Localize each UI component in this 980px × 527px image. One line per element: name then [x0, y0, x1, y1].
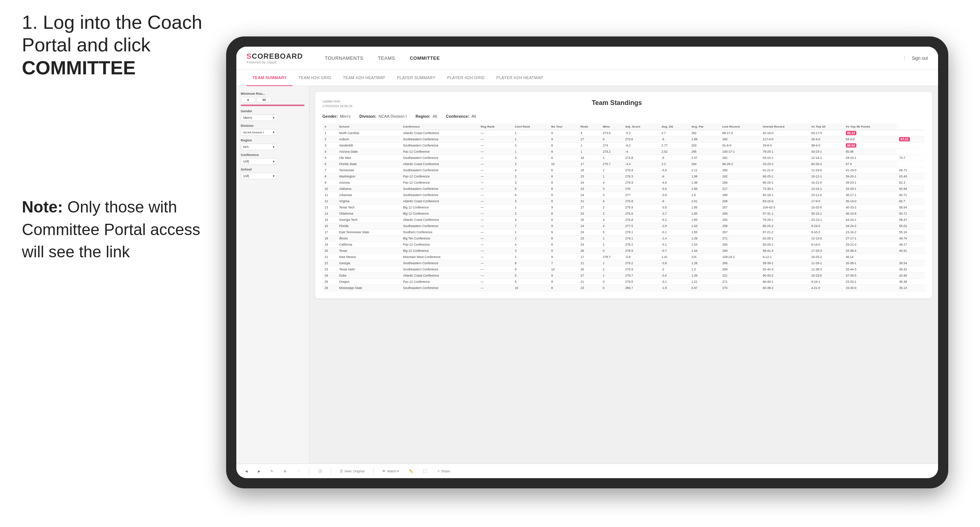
table-cell-11: 266	[720, 260, 760, 267]
logo-area: SCOREBOARD Powered by clippd	[247, 52, 303, 64]
table-cell-13: 16-21-0	[809, 180, 843, 186]
table-cell-11: 88-17.0	[720, 130, 760, 136]
table-cell-11: 260	[720, 241, 760, 248]
table-cell-13: 9-10-2	[809, 229, 843, 235]
table-cell-14: 44-24-1	[843, 217, 897, 223]
table-cell-15: 68.71	[897, 167, 925, 173]
subnav-team-summary[interactable]: TEAM SUMMARY	[247, 70, 293, 86]
table-cell-7: 2	[601, 241, 623, 248]
subnav-player-summary[interactable]: PLAYER SUMMARY	[391, 70, 441, 86]
table-cell-12: 63-15-1	[760, 155, 809, 161]
toolbar-watch[interactable]: 👁 Watch ▾	[379, 468, 402, 475]
table-cell-9: -5.5	[659, 186, 689, 192]
table-header-row: # School Conference Reg Rank Conf Rank N…	[322, 124, 925, 130]
table-cell-2: Southeastern Conference	[401, 136, 479, 143]
points-badge: 48.27	[899, 243, 907, 246]
table-row: 11ArkansasSoutheastern Conference—682432…	[322, 192, 925, 198]
toolbar-more[interactable]: ⋯	[294, 468, 303, 475]
toolbar-clock[interactable]: 🕐	[315, 468, 325, 475]
table-cell-10: 2.37	[689, 155, 720, 161]
toolbar-annotation[interactable]: ✏️	[406, 468, 416, 475]
points-badge: 60.71	[899, 212, 907, 215]
table-cell-0: 18	[322, 235, 337, 241]
table-cell-9: -3.1	[659, 279, 689, 285]
table-cell-15: 55.02	[897, 223, 925, 229]
table-cell-7: 274.2	[601, 149, 623, 155]
table-cell-5: 9	[549, 223, 578, 229]
subnav-player-h2h-heatmap[interactable]: PLAYER H2H HEATMAP	[490, 70, 549, 86]
toolbar-copy[interactable]: ⊕	[281, 468, 290, 475]
table-cell-10: 1.28	[689, 235, 720, 241]
table-row: 12VirginiaAtlantic Coast Conference—3821…	[322, 198, 925, 205]
table-cell-0: 20	[322, 248, 337, 254]
table-cell-7: 1	[601, 235, 623, 241]
toolbar-forward[interactable]: ▶	[255, 468, 263, 475]
filter-range-to[interactable]	[257, 97, 271, 103]
table-cell-12: 61-21-0	[760, 167, 809, 173]
table-cell-4: 5	[513, 273, 549, 279]
table-cell-6: 23	[578, 235, 601, 241]
table-cell-4: 4	[513, 167, 549, 173]
toolbar-fullscreen[interactable]: ⛶	[420, 468, 430, 475]
table-cell-8: 279.9	[623, 267, 659, 273]
table-cell-6: 24	[578, 241, 601, 248]
table-cell-13: 18-12-1	[809, 173, 843, 180]
table-cell-4: 1	[513, 235, 549, 241]
table-cell-3: —	[479, 155, 513, 161]
table-cell-5: 8	[549, 211, 578, 217]
table-cell-0: 17	[322, 229, 337, 235]
table-cell-14: 85.98	[843, 149, 897, 155]
table-cell-4: 2	[513, 211, 549, 217]
table-cell-3: —	[479, 260, 513, 267]
table-cell-2: Southeastern Conference	[401, 285, 479, 291]
filter-range-from[interactable]	[241, 97, 255, 103]
col-conf-rank: Conf Rank	[513, 124, 549, 130]
subnav-player-h2h-grid[interactable]: PLAYER H2H GRID	[441, 70, 490, 86]
step-text: Log into the Coach Portal and click	[22, 12, 202, 56]
toolbar-share[interactable]: ↗ Share	[434, 468, 453, 475]
table-cell-6: 17	[578, 161, 601, 167]
table-cell-4: 8	[513, 260, 549, 267]
table-cell-11: 268	[720, 198, 760, 205]
table-cell-1: Texas A&M	[337, 267, 401, 273]
table-cell-0: 23	[322, 267, 337, 273]
filter-gender-select[interactable]: Men's ▾	[241, 114, 277, 121]
table-cell-15: 73.7	[897, 155, 925, 161]
table-cell-7: 0	[601, 285, 623, 291]
table-cell-0: 24	[322, 273, 337, 279]
table-cell-7: 1	[601, 155, 623, 161]
subnav-team-h2h-grid[interactable]: TEAM H2H GRID	[293, 70, 337, 86]
toolbar-back[interactable]: ◀	[242, 468, 251, 475]
subnav-team-h2h-heatmap[interactable]: TEAM H2H HEATMAP	[337, 70, 391, 86]
table-cell-7: 6	[601, 198, 623, 205]
filter-conference-select[interactable]: (All) ▾	[241, 158, 277, 165]
chevron-icon: ▾	[273, 174, 275, 178]
filter-conference: Conference (All) ▾	[241, 153, 305, 165]
filter-division-select[interactable]: NCAA Division I ▾	[241, 129, 277, 136]
filter-min-rounds: Minimum Rou...	[241, 92, 305, 106]
nav-teams[interactable]: TEAMS	[371, 47, 402, 70]
table-cell-12: 90-33-2	[760, 273, 809, 279]
toolbar-view-original[interactable]: ☰ View: Original	[337, 468, 367, 475]
table-cell-7: 1	[601, 273, 623, 279]
sign-out-button[interactable]: Sign out	[904, 56, 928, 61]
toolbar-separator	[309, 468, 309, 475]
table-cell-3: —	[479, 136, 513, 143]
table-cell-5: 8	[549, 180, 578, 186]
table-cell-0: 25	[322, 279, 337, 285]
table-cell-1: Arizona State	[337, 149, 401, 155]
toolbar-refresh[interactable]: ↻	[268, 468, 277, 475]
table-cell-1: California	[337, 241, 401, 248]
table-cell-12: 82-18-1	[760, 192, 809, 198]
table-cell-13: 4-21-0	[809, 285, 843, 291]
nav-committee[interactable]: COMMITTEE	[402, 47, 447, 70]
nav-tournaments[interactable]: TOURNAMENTS	[317, 47, 371, 70]
filter-region-select[interactable]: N/A ▾	[241, 144, 277, 150]
table-cell-5: 9	[549, 130, 578, 136]
filter-region: Region N/A ▾	[241, 138, 305, 150]
table-cell-7: 3	[601, 186, 623, 192]
logo-text: SCOREBOARD	[247, 52, 303, 60]
table-cell-0: 1	[322, 130, 337, 136]
table-row: 14OklahomaBig 12 Conference—28242276.6-3…	[322, 211, 925, 217]
filter-school-select[interactable]: (All) ▾	[241, 173, 277, 179]
